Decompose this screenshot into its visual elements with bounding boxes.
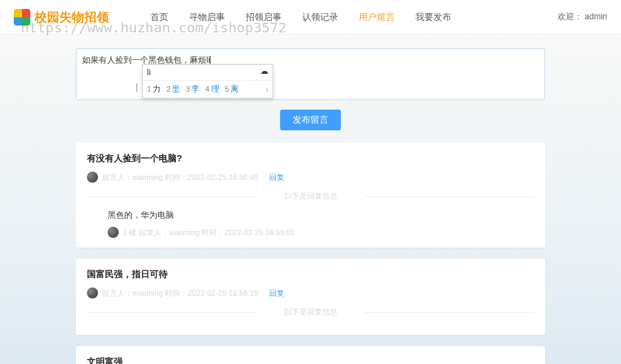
reply-button[interactable]: 回复 — [269, 172, 284, 183]
publish-button[interactable]: 发布留言 — [280, 110, 341, 130]
post-meta-text: 留言人：xiaoming 时间：2022-02-25 16:56:49 — [102, 172, 258, 183]
reply-button[interactable]: 回复 — [269, 288, 284, 299]
post-meta-text: 留言人：xiaoming 时间：2022-02-25 16:58:19 — [102, 288, 258, 299]
nav-item[interactable]: 我要发布 — [415, 11, 451, 23]
nav-item[interactable]: 首页 — [150, 11, 168, 23]
welcome-prefix: 欢迎： — [558, 12, 582, 21]
welcome-block: 欢迎： admin — [558, 11, 607, 23]
reply-divider: 以下是回复信息 — [87, 307, 534, 317]
post-title: 文明富强 — [87, 356, 534, 364]
reply-meta-text: 1 楼 回复人：xiaoming 时间：2022-02-25 16:59:01 — [123, 228, 295, 238]
ime-input-text: li — [147, 68, 150, 77]
nav-item[interactable]: 用户留言 — [359, 11, 395, 23]
ibeam-cursor-icon: I — [135, 82, 138, 94]
logo-text: 校园失物招领 — [34, 9, 109, 26]
compose-textarea[interactable]: 如果有人捡到一个黑色钱包，麻烦li I li ☁ 1力2里3李4理5离› — [76, 48, 545, 100]
logo-icon — [14, 9, 30, 26]
nav: 首页寻物启事招领启事认领记录用户留言我要发布 — [150, 11, 451, 23]
welcome-user: admin — [584, 12, 607, 21]
ime-candidate[interactable]: 3李 — [186, 83, 199, 95]
post-title: 国富民强，指日可待 — [87, 268, 534, 281]
post-meta: 留言人：xiaoming 时间：2022-02-25 16:58:19回复 — [87, 287, 534, 299]
ime-input-row: li ☁ — [143, 65, 273, 81]
ime-popup[interactable]: li ☁ 1力2里3李4理5离› — [142, 64, 273, 99]
post-card: 国富民强，指日可待留言人：xiaoming 时间：2022-02-25 16:5… — [76, 259, 545, 335]
ime-candidates: 1力2里3李4理5离› — [143, 81, 273, 98]
ime-candidate[interactable]: 1力 — [147, 83, 161, 95]
cloud-icon: ☁ — [260, 66, 268, 76]
reply-content: 黑色的，华为电脑 — [108, 210, 534, 221]
post-title: 有没有人捡到一个电脑? — [87, 152, 534, 165]
reply-divider: 以下是回复信息 — [87, 191, 534, 201]
compose-text: 如果有人捡到一个黑色钱包，麻烦li — [82, 55, 210, 65]
avatar — [87, 172, 98, 183]
ime-candidate[interactable]: 4理 — [205, 83, 219, 95]
post-card: 文明富强留言人：xiaoming 时间：2022-02-25 16:58:15回… — [76, 346, 545, 364]
reply-block: 黑色的，华为电脑1 楼 回复人：xiaoming 时间：2022-02-25 1… — [87, 210, 534, 238]
chevron-right-icon[interactable]: › — [266, 85, 268, 94]
post-meta: 留言人：xiaoming 时间：2022-02-25 16:56:49回复 — [87, 172, 534, 183]
nav-item[interactable]: 认领记录 — [302, 11, 338, 23]
ime-candidate[interactable]: 5离 — [225, 83, 239, 95]
avatar — [87, 287, 98, 299]
nav-item[interactable]: 招领启事 — [246, 11, 282, 23]
nav-item[interactable]: 寻物启事 — [189, 11, 225, 23]
post-card: 有没有人捡到一个电脑?留言人：xiaoming 时间：2022-02-25 16… — [76, 143, 545, 247]
ime-candidate[interactable]: 2里 — [166, 83, 180, 95]
avatar — [108, 227, 119, 238]
reply-meta: 1 楼 回复人：xiaoming 时间：2022-02-25 16:59:01 — [108, 227, 534, 238]
